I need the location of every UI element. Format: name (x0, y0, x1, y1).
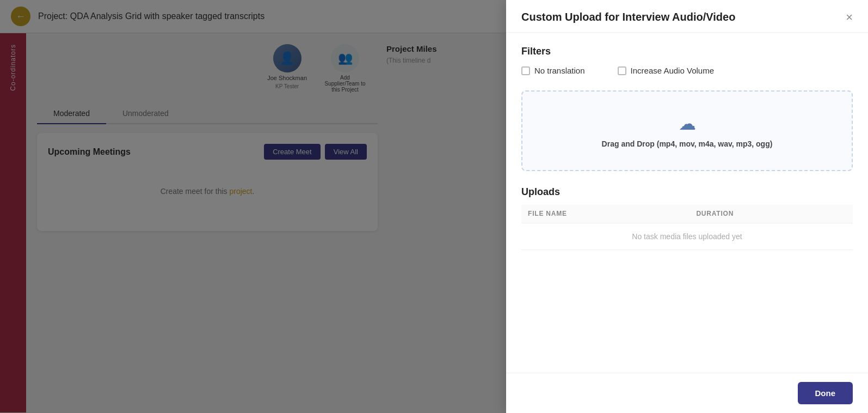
no-translation-checkbox[interactable] (521, 66, 530, 75)
filters-row: No translation Increase Audio Volume (521, 66, 853, 75)
filter-no-translation: No translation (521, 66, 585, 75)
dropzone-text: Drag and Drop (mp4, mov, m4a, wav, mp3, … (533, 139, 841, 148)
dropzone[interactable]: ☁ Drag and Drop (mp4, mov, m4a, wav, mp3… (521, 90, 853, 171)
filter-increase-audio: Increase Audio Volume (618, 66, 714, 75)
col-duration: DURATION (690, 204, 853, 223)
modal-header: Custom Upload for Interview Audio/Video … (506, 0, 868, 33)
uploads-table-head: FILE NAME DURATION (521, 204, 853, 223)
uploads-empty-text: No task media files uploaded yet (521, 223, 853, 250)
modal-panel: Custom Upload for Interview Audio/Video … (506, 0, 868, 413)
uploads-title: Uploads (521, 186, 853, 198)
uploads-empty-row: No task media files uploaded yet (521, 223, 853, 250)
overlay (0, 0, 506, 413)
uploads-table-header-row: FILE NAME DURATION (521, 204, 853, 223)
modal-body: Filters No translation Increase Audio Vo… (506, 33, 868, 373)
modal-footer: Done (506, 373, 868, 413)
filters-section: Filters No translation Increase Audio Vo… (521, 46, 853, 75)
col-file-name: FILE NAME (521, 204, 690, 223)
uploads-table: FILE NAME DURATION No task media files u… (521, 204, 853, 250)
increase-audio-checkbox[interactable] (618, 66, 626, 75)
done-button[interactable]: Done (798, 382, 853, 404)
increase-audio-label[interactable]: Increase Audio Volume (631, 66, 714, 75)
upload-cloud-icon: ☁ (533, 113, 841, 134)
uploads-table-body: No task media files uploaded yet (521, 223, 853, 250)
modal-title: Custom Upload for Interview Audio/Video (521, 11, 735, 23)
uploads-section: Uploads FILE NAME DURATION No task media… (521, 186, 853, 250)
modal-close-button[interactable]: × (846, 11, 853, 23)
filters-title: Filters (521, 46, 853, 57)
no-translation-label[interactable]: No translation (534, 66, 585, 75)
